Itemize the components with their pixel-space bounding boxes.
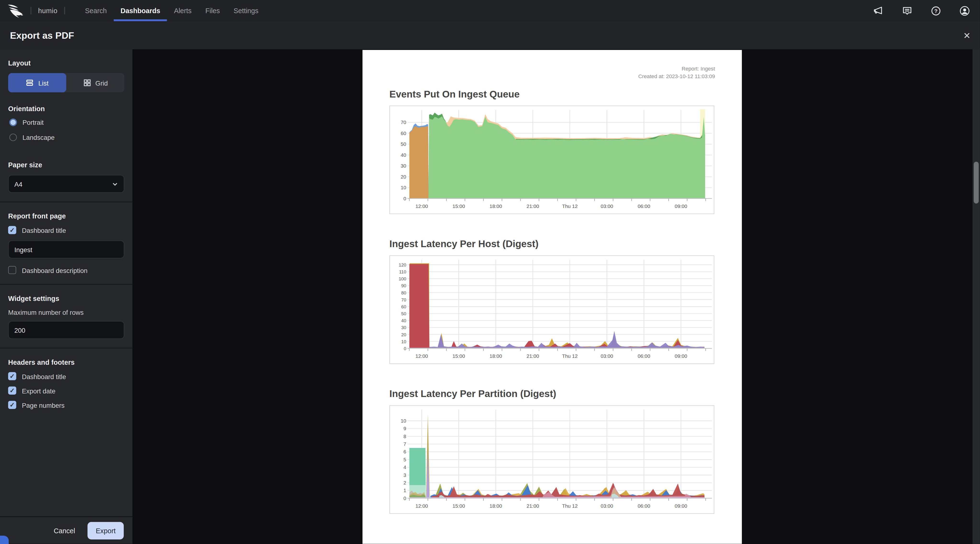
export-settings-sidebar: Layout List [0, 49, 132, 544]
svg-text:50: 50 [401, 141, 406, 147]
feedback-icon[interactable] [902, 5, 912, 16]
svg-text:?: ? [934, 8, 938, 14]
svg-text:09:00: 09:00 [675, 503, 687, 509]
hf-dashboard-title-checkbox[interactable]: ✓ Dashboard title [8, 372, 124, 380]
layout-list-button[interactable]: List [8, 73, 66, 92]
front-page-dashboard-description-checkbox[interactable]: Dashboard description [8, 266, 124, 274]
svg-text:12:00: 12:00 [415, 353, 428, 359]
widget-settings-section: Widget settings Maximum number of rows 2… [0, 285, 132, 348]
hf-page-numbers-checkbox[interactable]: ✓ Page numbers [8, 401, 124, 409]
svg-text:8: 8 [403, 434, 406, 439]
app-root: humio Search Dashboards Alerts Files Set… [0, 0, 980, 544]
orientation-portrait-radio[interactable]: Portrait [10, 119, 124, 126]
dashboard-title-input[interactable]: Ingest [8, 241, 124, 259]
export-pdf-dialog: Export as PDF ✕ Layout List [0, 21, 980, 544]
top-nav: humio Search Dashboards Alerts Files Set… [0, 0, 980, 21]
checkbox-checked-icon: ✓ [8, 372, 16, 380]
radio-unselected-icon [10, 133, 17, 141]
nav-item-alerts[interactable]: Alerts [167, 0, 199, 21]
paper-size-select[interactable]: A4 [8, 175, 124, 193]
report-label: Report: Ingest [389, 65, 715, 73]
svg-text:70: 70 [401, 297, 406, 302]
chart-title-1: Events Put On Ingest Queue [389, 89, 715, 100]
svg-text:90: 90 [401, 283, 406, 288]
svg-text:0: 0 [403, 495, 406, 501]
svg-text:30: 30 [401, 163, 406, 168]
svg-text:80: 80 [401, 290, 406, 295]
svg-text:06:00: 06:00 [638, 503, 650, 509]
svg-text:110: 110 [399, 270, 406, 274]
chart-events-ingest-queue: 01020304050607012:0015:0018:0021:00Thu 1… [389, 105, 714, 214]
scrollbar-thumb[interactable] [974, 162, 979, 204]
svg-text:06:00: 06:00 [638, 203, 650, 209]
checkbox-checked-icon: ✓ [8, 387, 16, 395]
megaphone-icon[interactable] [873, 5, 884, 16]
svg-text:6: 6 [403, 449, 406, 455]
svg-text:40: 40 [401, 152, 406, 158]
svg-text:4: 4 [403, 465, 406, 470]
nav-item-search[interactable]: Search [78, 0, 114, 21]
paper-size-section: Paper size A4 [0, 161, 132, 202]
widget-settings-label: Widget settings [8, 295, 124, 302]
nav-divider [64, 7, 65, 14]
headers-footers-section: Headers and footers ✓ Dashboard title ✓ … [0, 349, 132, 424]
svg-text:7: 7 [403, 441, 406, 447]
preview-scrollbar [973, 49, 980, 544]
svg-text:12:00: 12:00 [415, 203, 428, 209]
svg-text:20: 20 [401, 174, 406, 179]
cancel-button[interactable]: Cancel [54, 527, 75, 534]
nav-item-files[interactable]: Files [198, 0, 227, 21]
nav-item-settings[interactable]: Settings [227, 0, 265, 21]
nav-items: Search Dashboards Alerts Files Settings [78, 0, 265, 21]
svg-text:20: 20 [401, 332, 406, 337]
svg-text:03:00: 03:00 [601, 503, 613, 509]
svg-text:70: 70 [401, 119, 406, 125]
svg-text:15:00: 15:00 [452, 353, 465, 359]
svg-text:1: 1 [403, 488, 406, 493]
front-page-label: Report front page [8, 212, 124, 220]
svg-text:100: 100 [399, 276, 406, 281]
svg-text:15:00: 15:00 [452, 203, 465, 209]
chart-title-3: Ingest Latency Per Partition (Digest) [389, 389, 715, 400]
close-icon[interactable]: ✕ [963, 31, 970, 40]
layout-grid-button[interactable]: Grid [66, 73, 124, 92]
brand-label: humio [38, 7, 57, 14]
svg-text:2: 2 [403, 480, 406, 485]
svg-text:0: 0 [404, 346, 406, 351]
dialog-title: Export as PDF [10, 30, 74, 40]
crowdstrike-falcon-logo-icon[interactable] [7, 3, 24, 18]
landscape-label: Landscape [22, 133, 54, 141]
front-page-section: Report front page ✓ Dashboard title Inge… [0, 202, 132, 284]
chevron-down-icon [112, 181, 118, 187]
svg-text:15:00: 15:00 [452, 503, 465, 509]
pdf-preview-area: Report: Ingest Created at: 2023-10-12 11… [132, 49, 973, 544]
svg-text:30: 30 [401, 325, 406, 330]
front-page-dashboard-title-checkbox[interactable]: ✓ Dashboard title [8, 226, 124, 234]
layout-section: Layout List [0, 49, 132, 101]
hf-export-date-checkbox[interactable]: ✓ Export date [8, 387, 124, 395]
chat-bubble-peek[interactable] [0, 536, 9, 544]
orientation-landscape-radio[interactable]: Landscape [10, 133, 124, 141]
max-rows-value: 200 [14, 326, 25, 334]
svg-text:10: 10 [401, 418, 406, 423]
export-button[interactable]: Export [88, 522, 124, 539]
help-icon[interactable]: ? [931, 5, 941, 16]
svg-text:03:00: 03:00 [601, 203, 613, 209]
max-rows-input[interactable]: 200 [8, 321, 124, 339]
portrait-label: Portrait [22, 119, 43, 126]
svg-text:60: 60 [401, 304, 406, 309]
dialog-header: Export as PDF ✕ [0, 21, 980, 49]
nav-item-dashboards[interactable]: Dashboards [114, 0, 167, 21]
nav-divider [30, 7, 31, 14]
layout-label: Layout [8, 59, 124, 67]
nav-right-icons: ? [873, 5, 980, 16]
pdf-page: Report: Ingest Created at: 2023-10-12 11… [363, 50, 742, 544]
checkbox-checked-icon: ✓ [8, 226, 16, 234]
dashboard-title-label: Dashboard title [22, 226, 66, 234]
created-at-label: Created at: 2023-10-12 11:03:09 [389, 73, 715, 80]
svg-text:40: 40 [401, 318, 406, 323]
svg-text:09:00: 09:00 [675, 203, 687, 209]
orientation-label: Orientation [8, 105, 124, 113]
headers-footers-label: Headers and footers [8, 358, 124, 366]
user-avatar-icon[interactable] [959, 5, 970, 16]
